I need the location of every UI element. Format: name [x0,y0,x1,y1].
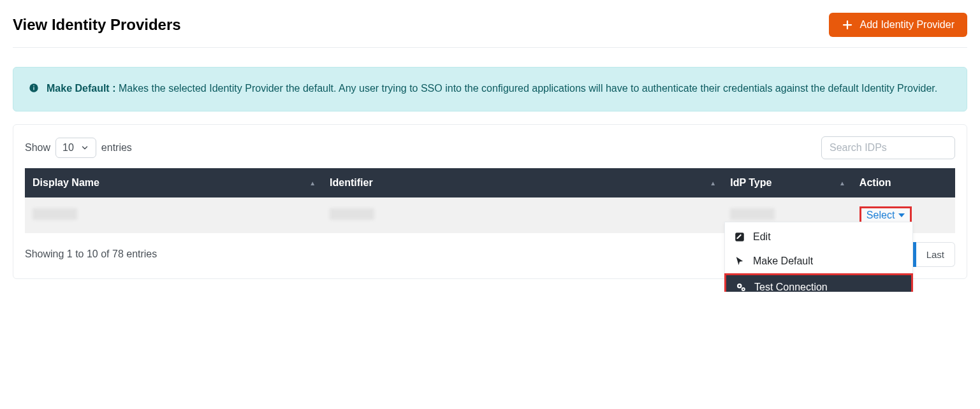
sort-indicator-icon: ▲ [309,179,316,186]
info-icon [29,82,39,98]
menu-make-default[interactable]: Make Default [725,249,912,273]
svg-point-10 [743,288,744,289]
info-banner: Make Default : Makes the selected Identi… [13,67,967,111]
gears-icon [735,282,747,292]
chevron-down-icon [80,143,89,152]
sort-indicator-icon: ▲ [710,179,716,186]
entries-label: entries [101,142,132,154]
svg-point-8 [738,285,740,287]
menu-edit[interactable]: Edit [725,225,912,249]
blurred-value [730,208,775,220]
add-button-label: Add Identity Provider [859,19,954,31]
blurred-value [330,208,374,220]
plus-icon [842,19,853,31]
entries-count-value: 10 [62,142,74,154]
show-label: Show [25,142,50,154]
caret-down-icon [898,212,905,219]
banner-lead: Make Default : [47,83,115,94]
banner-text: Makes the selected Identity Provider the… [115,83,937,94]
edit-icon [734,231,745,243]
col-idp-type[interactable]: IdP Type▲ [722,168,852,197]
svg-rect-4 [33,85,34,86]
idp-card: Show 10 entries Display Name▲ Identifier… [13,124,967,279]
menu-test-connection[interactable]: Test Connection [724,273,913,292]
add-identity-provider-button[interactable]: Add Identity Provider [829,13,967,37]
col-identifier[interactable]: Identifier▲ [322,168,722,197]
action-select-label: Select [867,210,895,221]
entries-count-select[interactable]: 10 [55,138,96,158]
table-info: Showing 1 to 10 of 78 entries [25,248,157,260]
search-input[interactable] [821,136,955,159]
col-action: Action [852,168,955,197]
action-dropdown-menu: Edit Make Default Test Connection Show S… [724,222,913,292]
col-display-name[interactable]: Display Name▲ [25,168,322,197]
sort-indicator-icon: ▲ [839,179,845,186]
blurred-value [33,208,77,220]
page-last-button[interactable]: Last [916,242,955,267]
svg-marker-5 [898,213,905,217]
page-title: View Identity Providers [13,16,181,34]
svg-rect-3 [33,87,34,90]
cursor-icon [734,255,745,267]
